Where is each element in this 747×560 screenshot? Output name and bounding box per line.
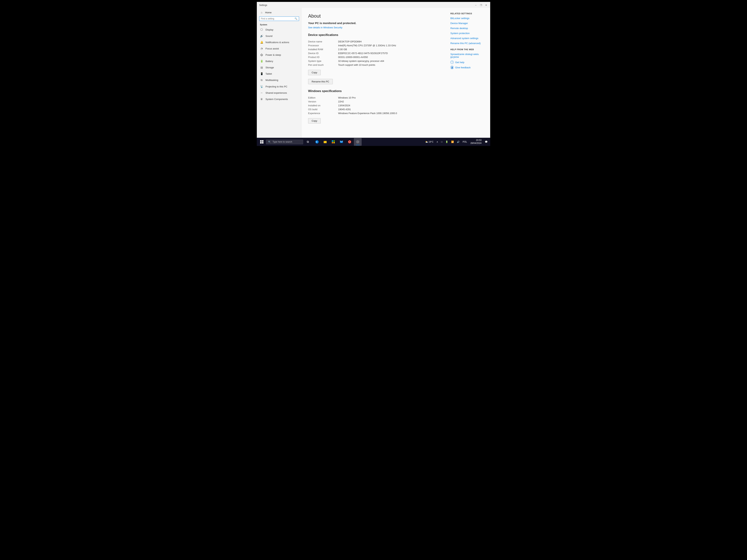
windows-section-title: Windows specifications — [308, 89, 441, 93]
device-section-title: Device specifications — [308, 33, 441, 37]
svg-line-23 — [357, 143, 357, 143]
spec-label: Version — [308, 100, 336, 104]
spec-value: DESKTOP-DPDD89H — [336, 39, 419, 44]
svg-rect-2 — [260, 142, 262, 143]
sidebar-item-label: Notifications & actions — [265, 41, 289, 44]
sidebar-item-shared[interactable]: ↔ Shared experiences — [257, 90, 301, 96]
tray-overflow[interactable]: ∧ — [435, 140, 439, 144]
svg-point-15 — [357, 141, 359, 142]
power-icon: ⏻ — [260, 53, 263, 56]
svg-line-22 — [359, 140, 359, 141]
table-row: Device nameDESKTOP-DPDD89H — [308, 39, 419, 44]
taskview-tray[interactable]: □ — [440, 140, 443, 144]
sidebar-item-projecting[interactable]: 📡 Projecting to this PC — [257, 83, 301, 90]
sidebar-item-power[interactable]: ⏻ Power & sleep — [257, 52, 301, 58]
spec-label: Edition — [308, 96, 336, 100]
sidebar-item-multitasking[interactable]: ⧉ Multitasking — [257, 77, 301, 83]
sidebar-item-display[interactable]: 🖵 Display — [257, 26, 301, 33]
spec-label: Installed on — [308, 104, 336, 107]
taskbar-explorer-app[interactable] — [321, 138, 329, 146]
wifi-icon: 📶 — [451, 140, 454, 143]
notification-icon: 💬 — [485, 140, 488, 143]
svg-rect-0 — [260, 140, 262, 142]
taskbar-search-icon: 🔍 — [268, 140, 271, 143]
shared-icon: ↔ — [260, 91, 263, 94]
taskview-icon: ⧉ — [307, 140, 309, 143]
sidebar-item-storage[interactable]: ▤ Storage — [257, 64, 301, 71]
taskbar-opera-app[interactable] — [346, 138, 354, 146]
window-controls: – ❐ ✕ — [473, 3, 489, 7]
battery-icon: 🔋 — [260, 60, 263, 62]
battery-tray-item[interactable]: 🔋 — [444, 140, 449, 144]
maximize-button[interactable]: ❐ — [479, 3, 483, 7]
taskbar-search-box[interactable]: 🔍 Type here to search — [266, 140, 303, 144]
related-settings-link[interactable]: Device Manager — [450, 22, 487, 25]
related-settings-link[interactable]: Rename this PC (advanced) — [450, 42, 487, 45]
related-settings-link[interactable]: System protection — [450, 32, 487, 35]
get-help-label: Get help — [455, 61, 464, 64]
sidebar-item-battery[interactable]: 🔋 Battery — [257, 58, 301, 64]
spec-value: Windows Feature Experience Pack 1000.190… — [336, 111, 419, 115]
sidebar-item-tablet[interactable]: 📱 Tablet — [257, 71, 301, 77]
clock-area[interactable]: 20:53 28/04/2024 — [469, 138, 483, 145]
copy-button-2[interactable]: Copy — [308, 118, 321, 124]
table-row: Device IDEEBFEC2C-0572-4B12-9475-5D291DF… — [308, 51, 419, 55]
start-button[interactable] — [258, 138, 265, 145]
settings-window: Settings – ❐ ✕ ⌂ Home 🔍 System — [257, 2, 490, 138]
svg-rect-9 — [334, 140, 335, 142]
svg-rect-8 — [332, 140, 333, 142]
sidebar-item-label: Storage — [265, 66, 274, 69]
rename-pc-button[interactable]: Rename this PC — [308, 79, 333, 84]
protected-banner: Your PC is monitored and protected. — [308, 22, 441, 25]
spec-value: Windows 10 Pro — [336, 96, 419, 100]
svg-text:e: e — [316, 140, 317, 143]
table-row: Version22H2 — [308, 100, 419, 104]
weather-tray-item[interactable]: ⛅ 19°C — [424, 140, 435, 144]
spec-label: Device name — [308, 39, 336, 44]
taskview-button[interactable]: ⧉ — [304, 138, 312, 146]
sidebar-item-label: System Components — [265, 98, 288, 101]
sidebar-item-label: Display — [265, 28, 274, 31]
related-settings-link[interactable]: Remote desktop — [450, 27, 487, 30]
sidebar-item-focus[interactable]: ◔ Focus assist — [257, 45, 301, 52]
minimize-button[interactable]: – — [473, 3, 478, 7]
get-help-link[interactable]: ? Get help — [450, 60, 487, 64]
chevron-up-icon: ∧ — [437, 140, 438, 143]
search-input[interactable] — [261, 18, 294, 20]
volume-tray-item[interactable]: 🔊 — [456, 140, 461, 144]
svg-rect-11 — [334, 142, 335, 143]
give-feedback-link[interactable]: 👤 Give feedback — [450, 66, 487, 69]
help-web-link[interactable]: Sprawdzanie obsługi wielu języków — [450, 53, 487, 58]
table-row: System type32-bitowy system operacyjny, … — [308, 59, 419, 63]
spec-label: Pen and touch — [308, 63, 336, 67]
language-tray-item[interactable]: POL — [462, 140, 468, 144]
page-title: About — [308, 13, 441, 19]
notification-center-button[interactable]: 💬 — [484, 140, 489, 144]
taskbar-edge-app[interactable]: e — [313, 138, 321, 146]
taskbar-mail-app[interactable] — [338, 138, 345, 146]
sidebar-search-box[interactable]: 🔍 — [259, 17, 299, 21]
tablet-icon: 📱 — [260, 72, 263, 75]
sidebar-item-label: Shared experiences — [265, 91, 287, 94]
copy-button[interactable]: Copy — [308, 70, 321, 75]
table-row: Installed RAM2.00 GB — [308, 47, 419, 51]
system-components-icon: 🖥 — [260, 98, 263, 101]
sidebar-item-sound[interactable]: 🔊 Sound — [257, 33, 301, 39]
storage-icon: ▤ — [260, 66, 263, 69]
related-settings-link[interactable]: Advanced system settings — [450, 37, 487, 39]
main-content: About Your PC is monitored and protected… — [302, 8, 447, 138]
network-tray-item[interactable]: 📶 — [450, 140, 455, 144]
related-settings-title: Related settings — [450, 12, 487, 15]
close-button[interactable]: ✕ — [484, 3, 489, 7]
give-feedback-label: Give feedback — [455, 66, 470, 69]
related-settings-link[interactable]: BitLocker settings — [450, 17, 487, 20]
system-tray: ⛅ 19°C ∧ □ 🔋 📶 🔊 POL 20: — [424, 138, 489, 145]
sidebar-item-system-components[interactable]: 🖥 System Components — [257, 96, 301, 102]
sidebar-item-notifications[interactable]: 🔔 Notifications & actions — [257, 39, 301, 45]
sidebar-item-home[interactable]: ⌂ Home — [257, 9, 301, 16]
clock: 20:53 28/04/2024 — [470, 139, 482, 144]
title-bar: Settings – ❐ ✕ — [257, 2, 490, 8]
security-link[interactable]: See details in Windows Security — [308, 26, 342, 29]
taskbar-store-app[interactable] — [329, 138, 337, 146]
taskbar-settings-app[interactable] — [354, 138, 362, 146]
